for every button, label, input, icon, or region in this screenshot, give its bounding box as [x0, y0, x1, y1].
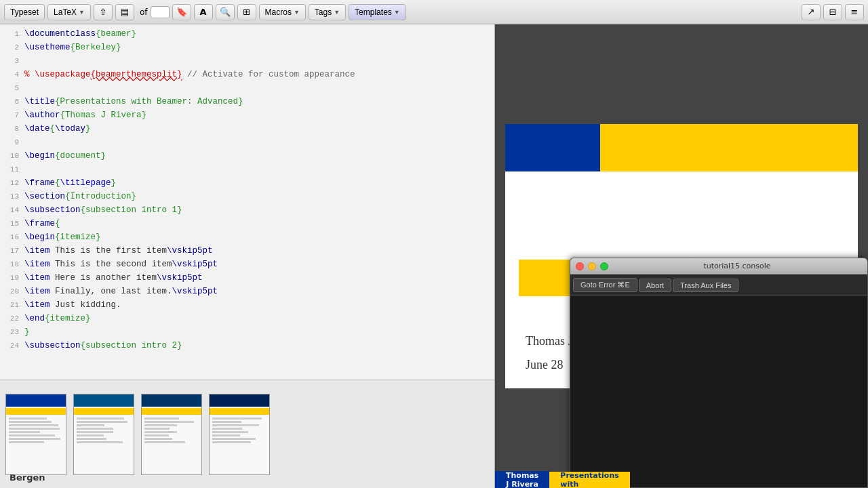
page-input[interactable]: 8: [151, 6, 170, 18]
token-brace: {Berkeley}: [71, 43, 121, 52]
main-area: 1\documentclass{beamer}2\usetheme{Berkel…: [0, 24, 868, 488]
code-line-22: 22\end{itemize}: [0, 312, 494, 325]
latex-label: LaTeX: [54, 7, 77, 17]
abort-button[interactable]: Abort: [639, 279, 671, 292]
line-content[interactable]: \author{Thomas J Rivera}: [24, 108, 492, 122]
code-line-23: 23}: [0, 325, 494, 339]
token-cmd: \documentclass: [24, 29, 96, 39]
line-number: 6: [3, 95, 19, 108]
token-comment: % \usepackage: [24, 70, 91, 79]
line-content[interactable]: [24, 136, 492, 149]
typeset-button[interactable]: Typeset: [4, 4, 45, 20]
line-content[interactable]: \subsection{subsection intro 2}: [24, 339, 492, 352]
export-icon[interactable]: ↗: [802, 4, 821, 20]
code-line-21: 21\item Just kidding.: [0, 298, 494, 312]
templates-caret: ▼: [394, 9, 400, 16]
token-cmd: \begin: [24, 151, 55, 161]
templates-button[interactable]: Templates ▼: [349, 4, 406, 20]
code-line-4: 4% \usepackage{beamerthemesplit} // Acti…: [0, 68, 494, 81]
code-line-19: 19\item Here is another item\vskip5pt: [0, 271, 494, 285]
thumbnail-3[interactable]: [141, 394, 202, 475]
token-brace: {Introduction}: [65, 192, 136, 201]
line-content[interactable]: \begin{itemize}: [24, 230, 492, 244]
console-toolbar: Goto Error ⌘E Abort Trash Aux Files: [570, 274, 867, 296]
line-content[interactable]: \item This is the second item\vskip5pt: [24, 258, 492, 271]
line-content[interactable]: \subsection{subsection intro 1}: [24, 203, 492, 217]
share-icon[interactable]: ⇧: [94, 4, 113, 20]
latex-selector[interactable]: LaTeX ▼: [47, 4, 91, 20]
code-line-11: 11: [0, 163, 494, 176]
bookmark-icon[interactable]: 🔖: [172, 4, 191, 20]
line-content[interactable]: \section{Introduction}: [24, 190, 492, 203]
line-number: 21: [3, 298, 19, 312]
tags-button[interactable]: Tags ▼: [309, 4, 346, 20]
line-content[interactable]: \date{\today}: [24, 122, 492, 136]
console-window: tutorial15 console Goto Error ⌘E Abort T…: [570, 258, 868, 488]
tags-caret: ▼: [334, 9, 340, 16]
code-editor[interactable]: 1\documentclass{beamer}2\usetheme{Berkel…: [0, 24, 494, 380]
line-content[interactable]: [24, 81, 492, 95]
line-content[interactable]: \item Here is another item\vskip5pt: [24, 271, 492, 285]
grid-icon[interactable]: ⊞: [237, 4, 256, 20]
thumbnail-2[interactable]: [73, 394, 134, 475]
token-cmd: \vskip5pt: [167, 246, 213, 256]
token-brace: }: [111, 178, 117, 188]
line-content[interactable]: \frame{: [24, 217, 492, 230]
code-line-1: 1\documentclass{beamer}: [0, 27, 494, 41]
line-content[interactable]: \documentclass{beamer}: [24, 27, 492, 41]
line-number: 14: [3, 203, 19, 217]
settings-icon[interactable]: ≡: [845, 4, 864, 20]
line-number: 17: [3, 244, 19, 258]
token-cmd: \date: [24, 124, 50, 134]
line-content[interactable]: \begin{document}: [24, 149, 492, 163]
line-content[interactable]: \usetheme{Berkeley}: [24, 41, 492, 54]
line-content[interactable]: \end{itemize}: [24, 312, 492, 325]
token-cmd: \vskip5pt: [172, 287, 218, 296]
column-icon[interactable]: ⊟: [823, 4, 842, 20]
layout-icon[interactable]: ▤: [115, 4, 134, 20]
console-title: tutorial15 console: [612, 262, 862, 270]
line-content[interactable]: [24, 163, 492, 176]
token-cmd: \item: [24, 287, 50, 296]
thumbnail-1[interactable]: [5, 394, 66, 475]
line-content[interactable]: \item This is the first item\vskip5pt: [24, 244, 492, 258]
code-line-10: 10\begin{document}: [0, 149, 494, 163]
minimize-button[interactable]: [588, 262, 596, 270]
line-content[interactable]: \frame{\titlepage}: [24, 176, 492, 190]
token-cmd: \author: [24, 110, 60, 120]
line-number: 15: [3, 217, 19, 230]
line-number: 22: [3, 312, 19, 325]
console-titlebar: tutorial15 console: [570, 258, 867, 274]
macros-button[interactable]: Macros ▼: [259, 4, 306, 20]
slide-date: June 28: [526, 358, 564, 372]
line-number: 2: [3, 41, 19, 54]
token-cmd-link: \titlepage: [60, 178, 111, 188]
line-content[interactable]: \item Just kidding.: [24, 298, 492, 312]
code-line-9: 9: [0, 136, 494, 149]
token-cmd: \vskip5pt: [172, 260, 218, 269]
code-line-20: 20\item Finally, one last item.\vskip5pt: [0, 285, 494, 298]
line-number: 23: [3, 325, 19, 339]
goto-error-button[interactable]: Goto Error ⌘E: [573, 278, 637, 292]
toolbar-right: ↗ ⊟ ≡: [802, 4, 864, 20]
status-author: Thomas J Rivera: [495, 471, 549, 488]
maximize-button[interactable]: [600, 262, 608, 270]
line-content[interactable]: [24, 54, 492, 68]
code-line-15: 15\frame{: [0, 217, 494, 230]
font-a-icon[interactable]: A: [194, 4, 213, 20]
close-button[interactable]: [576, 262, 584, 270]
line-number: 11: [3, 163, 19, 176]
trash-aux-button[interactable]: Trash Aux Files: [673, 279, 738, 292]
token-brace: {subsection intro 1}: [81, 205, 182, 215]
line-content[interactable]: }: [24, 325, 492, 339]
of-label: of: [140, 7, 148, 17]
line-number: 19: [3, 271, 19, 285]
code-line-3: 3: [0, 54, 494, 68]
search-icon[interactable]: 🔍: [216, 4, 235, 20]
templates-label: Templates: [355, 7, 392, 17]
line-content[interactable]: \item Finally, one last item.\vskip5pt: [24, 285, 492, 298]
thumbnail-4[interactable]: [209, 394, 270, 475]
token-brace: {: [55, 178, 60, 188]
line-content[interactable]: \title{Presentations with Beamer: Advanc…: [24, 95, 492, 108]
line-content[interactable]: % \usepackage{beamerthemesplit} // Activ…: [24, 68, 492, 81]
